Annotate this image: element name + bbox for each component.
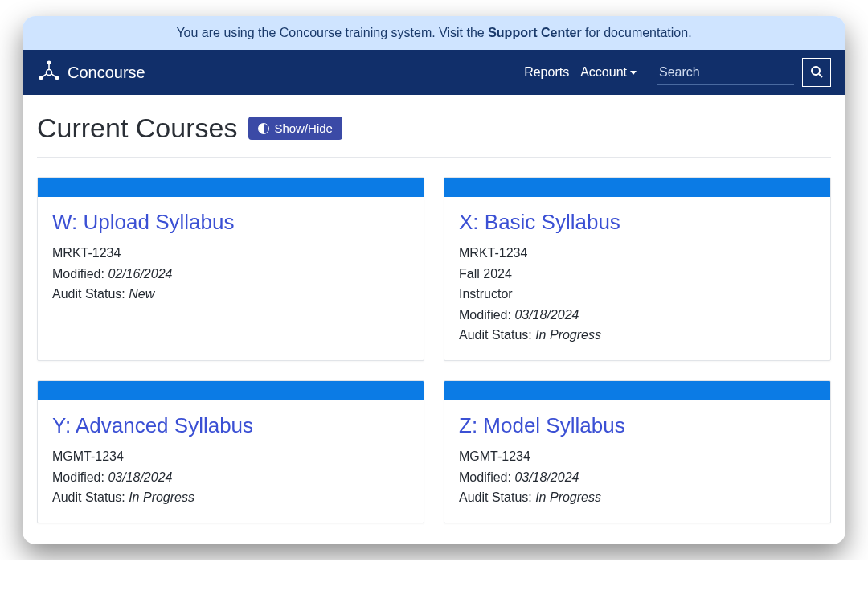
svg-line-8 — [819, 74, 822, 77]
course-title-link[interactable]: Z: Model Syllabus — [459, 413, 816, 438]
card-body: W: Upload SyllabusMRKT-1234Modified: 02/… — [38, 197, 424, 319]
search-button[interactable] — [802, 58, 831, 87]
course-role: Instructor — [459, 284, 816, 305]
heading-row: Current Courses Show/Hide — [37, 113, 831, 158]
course-modified: Modified: 03/18/2024 — [459, 467, 816, 488]
course-audit-status: Audit Status: In Progress — [459, 325, 816, 346]
course-code: MRKT-1234 — [52, 243, 409, 264]
nav-account[interactable]: Account — [580, 65, 637, 80]
banner-prefix: You are using the Concourse training sys… — [176, 26, 488, 39]
show-hide-button[interactable]: Show/Hide — [248, 117, 342, 140]
course-audit-value: In Progress — [535, 490, 601, 504]
concourse-logo-icon — [37, 60, 61, 84]
training-banner: You are using the Concourse training sys… — [23, 16, 845, 50]
nav-reports[interactable]: Reports — [524, 65, 569, 80]
contrast-icon — [258, 123, 269, 134]
course-term: Fall 2024 — [459, 264, 816, 285]
svg-point-7 — [812, 67, 820, 75]
support-center-link[interactable]: Support Center — [488, 26, 581, 39]
brand[interactable]: Concourse — [37, 60, 145, 84]
card-top-bar — [38, 381, 424, 400]
nav-reports-label: Reports — [524, 65, 569, 80]
svg-point-5 — [39, 76, 42, 79]
show-hide-label: Show/Hide — [274, 121, 333, 135]
app-window: You are using the Concourse training sys… — [23, 16, 845, 544]
course-audit-status: Audit Status: In Progress — [52, 487, 409, 508]
course-audit-status: Audit Status: New — [52, 284, 409, 305]
course-modified: Modified: 02/16/2024 — [52, 264, 409, 285]
course-modified-value: 03/18/2024 — [514, 308, 579, 322]
course-modified-value: 03/18/2024 — [108, 470, 172, 484]
nav-right: Reports Account — [524, 58, 831, 87]
course-card: Z: Model SyllabusMGMT-1234Modified: 03/1… — [444, 380, 831, 523]
brand-text: Concourse — [68, 64, 145, 82]
course-card: Y: Advanced SyllabusMGMT-1234Modified: 0… — [37, 380, 424, 523]
course-title-link[interactable]: X: Basic Syllabus — [459, 210, 816, 235]
course-title-link[interactable]: Y: Advanced Syllabus — [52, 413, 409, 438]
caret-down-icon — [630, 71, 637, 75]
svg-point-0 — [47, 70, 52, 76]
course-audit-value: In Progress — [129, 490, 194, 504]
svg-point-4 — [47, 61, 50, 64]
course-modified: Modified: 03/18/2024 — [459, 305, 816, 326]
card-top-bar — [38, 178, 424, 197]
course-audit-value: In Progress — [535, 328, 601, 342]
course-code: MRKT-1234 — [459, 243, 816, 264]
course-modified-value: 02/16/2024 — [108, 267, 172, 281]
card-top-bar — [444, 381, 830, 400]
banner-suffix: for documentation. — [582, 26, 692, 39]
content: Current Courses Show/Hide W: Upload Syll… — [23, 95, 845, 544]
card-top-bar — [444, 178, 830, 197]
nav-account-label: Account — [580, 65, 627, 80]
page-title: Current Courses — [37, 113, 237, 144]
search-input[interactable] — [657, 60, 794, 85]
card-body: X: Basic SyllabusMRKT-1234Fall 2024Instr… — [444, 197, 830, 360]
course-card: X: Basic SyllabusMRKT-1234Fall 2024Instr… — [444, 177, 831, 361]
course-card: W: Upload SyllabusMRKT-1234Modified: 02/… — [37, 177, 424, 361]
course-modified: Modified: 03/18/2024 — [52, 467, 409, 488]
course-grid: W: Upload SyllabusMRKT-1234Modified: 02/… — [37, 177, 831, 523]
course-audit-value: New — [129, 287, 154, 301]
card-body: Z: Model SyllabusMGMT-1234Modified: 03/1… — [444, 400, 830, 523]
course-modified-value: 03/18/2024 — [514, 470, 579, 484]
course-audit-status: Audit Status: In Progress — [459, 487, 816, 508]
card-body: Y: Advanced SyllabusMGMT-1234Modified: 0… — [38, 400, 424, 523]
search-icon — [810, 65, 823, 80]
course-code: MGMT-1234 — [459, 446, 816, 467]
svg-point-6 — [55, 76, 58, 79]
navbar: Concourse Reports Account — [23, 50, 845, 95]
search-wrap — [657, 58, 831, 87]
course-code: MGMT-1234 — [52, 446, 409, 467]
course-title-link[interactable]: W: Upload Syllabus — [52, 210, 409, 235]
